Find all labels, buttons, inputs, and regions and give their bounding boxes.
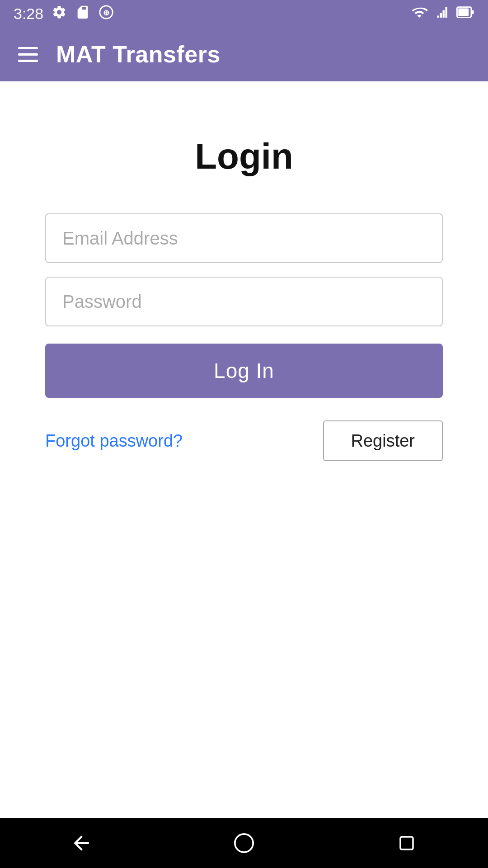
status-bar-right <box>411 4 474 24</box>
register-button[interactable]: Register <box>323 420 443 461</box>
svg-point-5 <box>235 834 253 852</box>
settings-icon <box>52 5 67 23</box>
email-form-group <box>45 213 443 263</box>
sd-card-icon <box>75 5 90 23</box>
app-bar: MAT Transfers <box>0 27 488 81</box>
wifi-icon <box>411 4 427 24</box>
svg-rect-6 <box>400 837 413 849</box>
main-content: Login Log In Forgot password? Register <box>0 81 488 818</box>
email-input[interactable] <box>45 213 443 263</box>
password-form-group <box>45 277 443 326</box>
recent-apps-button[interactable] <box>389 825 425 861</box>
hamburger-line-3 <box>18 60 38 62</box>
login-heading: Login <box>195 136 293 177</box>
forgot-password-button[interactable]: Forgot password? <box>45 431 183 451</box>
signal-icon <box>434 4 450 24</box>
svg-rect-4 <box>471 10 474 14</box>
bottom-nav-bar <box>0 818 488 868</box>
hamburger-line-1 <box>18 47 38 49</box>
svg-text:⊕: ⊕ <box>103 9 109 17</box>
login-button[interactable]: Log In <box>45 344 443 398</box>
svg-rect-3 <box>458 8 469 16</box>
status-time: 3:28 <box>14 5 43 23</box>
hamburger-line-2 <box>18 53 38 56</box>
password-input[interactable] <box>45 277 443 326</box>
status-bar: 3:28 ⊕ <box>0 0 488 27</box>
bottom-actions: Forgot password? Register <box>45 420 443 461</box>
home-button[interactable] <box>226 825 262 861</box>
hamburger-menu-button[interactable] <box>18 47 38 62</box>
back-button[interactable] <box>63 825 99 861</box>
status-bar-left: 3:28 ⊕ <box>14 5 114 23</box>
battery-icon <box>456 4 474 24</box>
lastpass-icon: ⊕ <box>99 5 114 23</box>
app-title: MAT Transfers <box>56 41 221 68</box>
